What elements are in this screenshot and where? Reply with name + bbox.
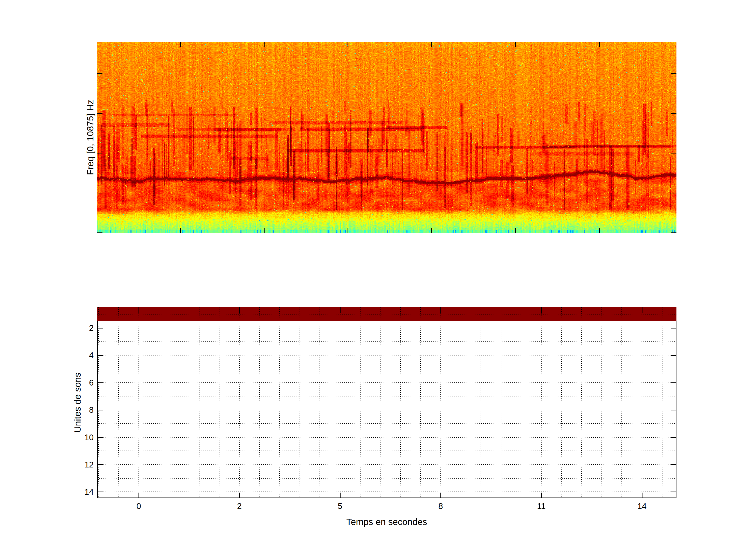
units-plot	[97, 307, 676, 498]
x-tick-label: 2	[228, 501, 251, 511]
y-tick	[671, 491, 676, 492]
gridline-vertical	[642, 307, 642, 498]
gridline-vertical	[662, 307, 663, 498]
x-tick-label: 14	[630, 501, 654, 511]
gridline-vertical	[239, 307, 240, 498]
gridline-horizontal	[97, 451, 676, 451]
y-tick	[671, 153, 676, 154]
y-tick	[97, 355, 103, 356]
y-tick	[671, 464, 676, 465]
gridline-vertical	[98, 307, 99, 498]
gridline-vertical	[199, 307, 200, 498]
y-tick-label: 2	[70, 323, 94, 333]
gridline-vertical	[159, 307, 159, 498]
x-tick	[264, 228, 264, 233]
gridline-vertical	[561, 307, 562, 498]
y-tick	[671, 437, 676, 438]
x-tick	[440, 492, 441, 498]
matlab-figure: Freq [0, 10875] Hz Unites de sons Temps …	[0, 0, 747, 560]
y-tick	[97, 73, 102, 74]
x-tick	[515, 228, 516, 233]
y-tick	[97, 464, 103, 465]
x-tick	[239, 492, 240, 498]
gridline-horizontal	[97, 491, 676, 492]
gridline-horizontal	[97, 382, 676, 383]
x-tick	[642, 492, 642, 498]
gridline-vertical	[259, 307, 260, 498]
x-tick	[138, 307, 139, 313]
gridline-vertical	[621, 307, 622, 498]
gridline-vertical	[219, 307, 220, 498]
y-tick	[97, 328, 103, 328]
gridline-vertical	[521, 307, 521, 498]
y-tick	[671, 410, 676, 410]
gridline-horizontal	[97, 328, 676, 328]
gridline-horizontal	[97, 464, 676, 465]
x-tick	[642, 307, 642, 313]
x-tick	[347, 42, 348, 47]
gridline-horizontal	[97, 355, 676, 355]
y-tick-label: 12	[70, 459, 94, 470]
x-tick	[440, 307, 441, 313]
y-tick-label: 4	[70, 350, 94, 361]
gridline-horizontal	[97, 369, 676, 369]
x-tick-label: 8	[429, 501, 452, 511]
x-tick	[340, 307, 340, 313]
gridline-vertical	[541, 307, 542, 498]
y-tick	[671, 328, 676, 328]
y-tick	[671, 73, 676, 74]
x-tick	[599, 228, 600, 233]
gridline-vertical	[601, 307, 602, 498]
y-tick-label: 8	[70, 405, 94, 415]
y-tick	[97, 382, 103, 383]
gridline-vertical	[138, 307, 139, 498]
x-tick	[180, 42, 181, 47]
y-tick	[97, 491, 103, 492]
x-tick	[599, 42, 600, 47]
y-tick	[671, 193, 676, 193]
spectrogram-image	[97, 42, 676, 233]
y-tick-label: 6	[70, 377, 94, 388]
gridline-horizontal	[97, 423, 676, 424]
y-tick	[97, 437, 103, 438]
gridline-vertical	[319, 307, 320, 498]
x-tick	[138, 492, 139, 498]
gridline-horizontal	[97, 478, 676, 479]
gridline-vertical	[300, 307, 300, 498]
y-tick	[97, 193, 102, 193]
x-tick	[239, 307, 240, 313]
y-tick-label: 14	[70, 487, 94, 497]
gridline-horizontal	[97, 314, 676, 315]
x-tick	[515, 42, 516, 47]
x-tick	[340, 492, 340, 498]
y-tick	[97, 410, 103, 410]
gridline-vertical	[420, 307, 421, 498]
gridline-vertical	[501, 307, 501, 498]
gridline-vertical	[179, 307, 179, 498]
y-tick	[671, 113, 676, 114]
gridline-vertical	[440, 307, 441, 498]
gridline-vertical	[360, 307, 361, 498]
y-tick	[97, 113, 102, 114]
x-tick	[541, 492, 542, 498]
gridline-vertical	[481, 307, 481, 498]
gridline-horizontal	[97, 437, 676, 437]
x-tick	[541, 307, 542, 313]
gridline-vertical	[400, 307, 401, 498]
y-tick	[671, 232, 676, 233]
x-tick	[431, 228, 432, 233]
y-tick-label: 10	[70, 432, 94, 443]
x-tick	[347, 228, 348, 233]
gridline-vertical	[380, 307, 381, 498]
spectrogram-plot	[97, 42, 676, 233]
x-tick-label: 5	[328, 501, 352, 511]
x-tick	[431, 42, 432, 47]
y-tick	[97, 232, 102, 233]
time-axis-label: Temps en secondes	[346, 517, 427, 527]
gridline-vertical	[340, 307, 340, 498]
y-tick	[97, 153, 102, 154]
y-tick	[671, 355, 676, 356]
gridline-horizontal	[97, 410, 676, 410]
gridline-vertical	[581, 307, 582, 498]
y-tick	[671, 382, 676, 383]
